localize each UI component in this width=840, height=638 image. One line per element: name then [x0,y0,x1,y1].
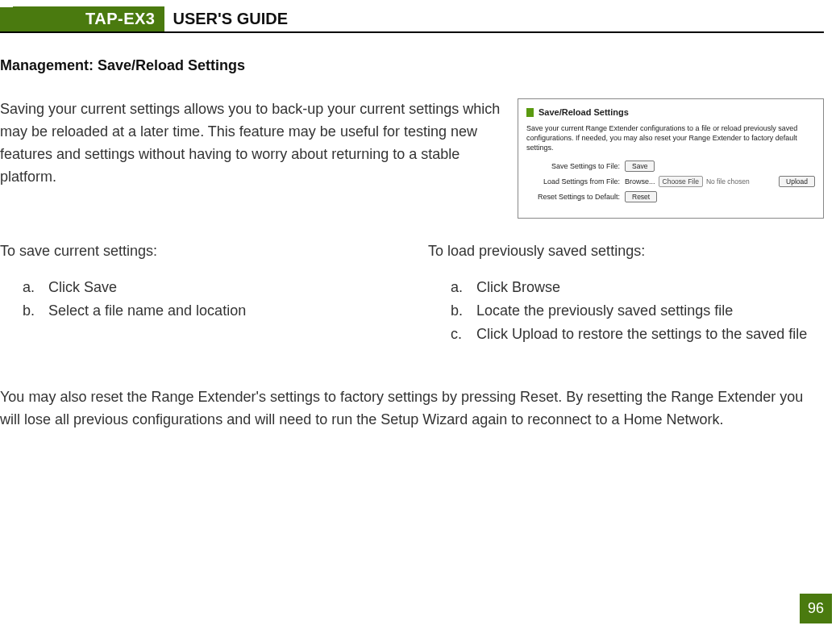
screenshot-reset-button: Reset [625,191,657,202]
intro-row: Saving your current settings allows you … [0,98,824,219]
header-guide-title: USER'S GUIDE [164,10,288,28]
screenshot-save-button: Save [625,161,655,172]
screenshot-no-file-text: No file chosen [706,177,750,186]
embedded-screenshot: Save/Reload Settings Save your current R… [518,98,824,219]
list-text: Click Browse [476,279,560,295]
list-item: b.Locate the previously saved settings f… [451,299,824,323]
reset-paragraph: You may also reset the Range Extender's … [0,386,824,432]
save-steps-list: a.Click Save b.Select a file name and lo… [0,276,396,323]
screenshot-reset-label: Reset Settings to Default: [526,193,625,201]
list-text: Select a file name and location [48,302,246,319]
load-column: To load previously saved settings: a.Cli… [428,243,824,345]
list-marker: b. [451,299,470,323]
list-item: a.Click Save [23,276,396,299]
list-text: Locate the previously saved settings fil… [476,302,733,319]
load-heading: To load previously saved settings: [428,243,824,260]
screenshot-title: Save/Reload Settings [539,107,629,117]
header-accent-stub [0,7,13,31]
list-marker: a. [23,276,42,299]
screenshot-browse-group: Browse... Choose File No file chosen Upl… [625,176,815,187]
instruction-columns: To save current settings: a.Click Save b… [0,243,824,345]
list-item: b.Select a file name and location [23,299,396,323]
screenshot-choose-file-button: Choose File [659,176,703,187]
screenshot-browse-text: Browse... [625,177,655,186]
screenshot-load-row: Load Settings from File: Browse... Choos… [526,176,815,187]
list-marker: b. [23,299,42,323]
section-heading: Management: Save/Reload Settings [0,57,824,74]
intro-paragraph: Saving your current settings allows you … [0,98,501,189]
page-body: Management: Save/Reload Settings Saving … [0,33,840,432]
page-number: 96 [800,594,832,623]
load-steps-list: a.Click Browse b.Locate the previously s… [428,276,824,345]
screenshot-accent-icon [526,108,534,117]
list-marker: c. [451,323,470,346]
list-text: Click Upload to restore the settings to … [476,326,807,342]
list-item: c.Click Upload to restore the settings t… [451,323,824,346]
save-column: To save current settings: a.Click Save b… [0,243,396,345]
screenshot-reset-row: Reset Settings to Default: Reset [526,191,815,202]
screenshot-load-label: Load Settings from File: [526,177,625,186]
header-model: TAP-EX3 [13,6,164,31]
screenshot-upload-button: Upload [779,176,815,187]
list-text: Click Save [48,279,117,295]
screenshot-description: Save your current Range Extender configu… [526,123,815,152]
screenshot-title-row: Save/Reload Settings [526,107,815,117]
screenshot-save-label: Save Settings to File: [526,162,625,170]
screenshot-save-row: Save Settings to File: Save [526,161,815,172]
save-heading: To save current settings: [0,243,396,260]
header-bar: TAP-EX3 USER'S GUIDE [0,6,824,33]
list-item: a.Click Browse [451,276,824,299]
list-marker: a. [451,276,470,299]
